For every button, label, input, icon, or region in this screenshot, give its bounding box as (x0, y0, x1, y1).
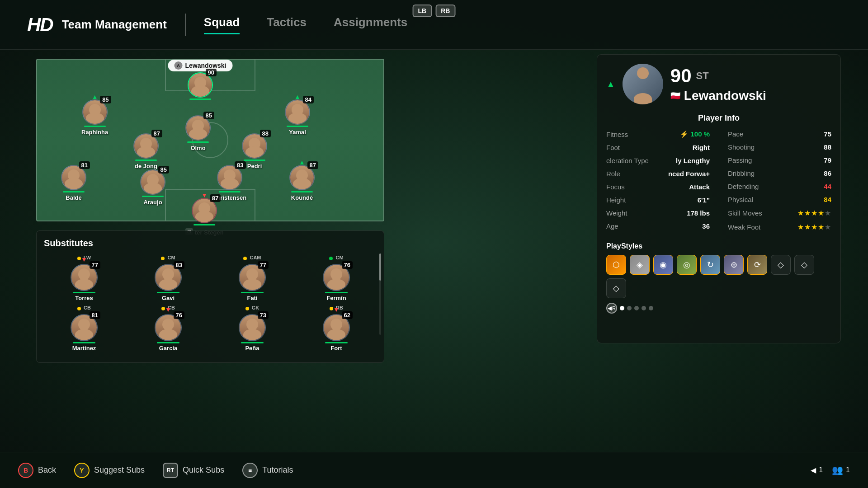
sub-player-fort[interactable]: RB ▼ 62 Fort (296, 305, 377, 352)
quick-subs-label: Quick Subs (183, 465, 224, 475)
action-tutorials[interactable]: ≡ Tutorials (242, 463, 293, 478)
substitutes-panel: Substitutes LW ▼ 77 Torres CM (36, 230, 384, 363)
substitutes-scrollbar[interactable] (379, 253, 381, 335)
app-title: Team Management (62, 18, 167, 32)
stat-label-skillmoves: Skill Moves (728, 209, 762, 217)
player-rating-pedri: 88 (260, 130, 271, 137)
pos-dot-garcia (161, 307, 165, 310)
stat-shooting: Shooting 88 (728, 143, 831, 151)
sub-bar-torres (73, 292, 95, 293)
tab-tactics[interactable]: Tactics (267, 15, 307, 34)
playstyle-icon-10: ◇ (606, 278, 626, 298)
pos-dot-fort (330, 307, 333, 310)
player-lewandowski[interactable]: A Lewandowski 90 (188, 72, 213, 100)
player-araujo[interactable]: 85 Araujo (140, 169, 165, 206)
substitutes-row-2: CB 81 Martínez CB ▼ 76 (44, 305, 377, 352)
player-raphinha[interactable]: ▲ 85 Raphinha (81, 99, 108, 136)
tab-squad[interactable]: Squad (204, 15, 240, 34)
playstyle-icon-2: ◈ (630, 255, 650, 275)
y-button[interactable]: Y (74, 463, 90, 478)
player-rating-araujo: 85 (158, 166, 169, 174)
counter-formation-value: 1 (819, 466, 823, 474)
player-olmo[interactable]: 85 Olmo (185, 115, 211, 151)
info-section-title: Player Info (606, 113, 831, 123)
pos-label-martinez: CB (84, 305, 91, 310)
playstyle-page-dots: ◀ R (606, 303, 831, 314)
player-balde[interactable]: 81 Balde (61, 165, 86, 201)
rating-bar-pedri (244, 160, 265, 161)
back-label: Back (38, 465, 56, 475)
player-rating-lewandowski: 90 (206, 69, 217, 76)
player-kounde[interactable]: ▲ 87 Koundé (289, 165, 315, 201)
sub-player-torres[interactable]: LW ▼ 77 Torres (44, 255, 124, 301)
sub-bar-martinez (73, 342, 95, 343)
stat-label-height: Height (606, 196, 626, 204)
player-name-balde: Balde (66, 194, 81, 201)
sub-player-gavi[interactable]: CM 83 Gavi (128, 255, 208, 301)
arrow-down-torres: ▼ (81, 256, 87, 263)
triangle-left-icon: ◀ (811, 466, 816, 474)
stat-defending: Defending 44 (728, 183, 831, 190)
counter-players: 👥 1 (832, 465, 850, 475)
sub-name-torres: Torres (75, 295, 93, 301)
rb-button[interactable]: RB (435, 5, 455, 17)
info-player-details: 90 ST 🇵🇱 Lewandowski (670, 65, 831, 103)
stats-right-column: Pace 75 Shooting 88 Passing 79 Dribbling… (728, 130, 831, 237)
stat-value-foot: Right (693, 144, 710, 151)
action-back[interactable]: B Back (18, 463, 56, 478)
stat-age: Age 36 (606, 222, 710, 230)
sub-player-fermin[interactable]: CM 76 Fermín (296, 255, 377, 301)
playstyle-icon-9: ◇ (794, 255, 814, 275)
player-yamal[interactable]: ▲ 84 Yamal (285, 99, 310, 136)
pos-dot-pena (245, 307, 249, 310)
sub-bar-garcia (157, 342, 179, 343)
dot-1 (620, 306, 624, 310)
rating-bar-raphinha (84, 126, 106, 127)
rt-button[interactable]: RT (163, 463, 178, 478)
action-suggest-subs[interactable]: Y Suggest Subs (74, 463, 145, 478)
playstyles-section: PlayStyles ⬡ ◈ ◉ ◎ ↻ ⊕ ⟳ ◇ ◇ ◇ ◀ R (606, 242, 831, 314)
substitutes-row-1: LW ▼ 77 Torres CM 83 (44, 255, 377, 301)
info-big-rating: 90 (670, 65, 692, 87)
playstyle-icon-8: ◇ (771, 255, 791, 275)
stat-label-physical: Physical (728, 196, 753, 203)
player-rating-terstegen: 87 (210, 194, 221, 202)
stat-value-passing: 79 (824, 156, 831, 164)
menu-button[interactable]: ≡ (242, 463, 258, 478)
stat-label-role: Role (606, 170, 620, 178)
info-position: ST (696, 70, 709, 82)
playstyle-icon-5: ↻ (700, 255, 720, 275)
action-quick-subs[interactable]: RT Quick Subs (163, 463, 224, 478)
stat-value-shooting: 88 (824, 143, 831, 151)
stat-value-focus: Attack (689, 183, 710, 191)
stat-passing: Passing 79 (728, 156, 831, 164)
stat-weak-foot: Weak Foot ★★★★★ (728, 223, 831, 231)
stat-value-pace: 75 (824, 130, 831, 138)
tab-assignments[interactable]: Assignments (334, 15, 407, 34)
stat-label-fitness: Fitness (606, 131, 628, 138)
info-rating-row: 90 ST (670, 65, 831, 87)
bottom-bar: B Back Y Suggest Subs RT Quick Subs ≡ Tu… (0, 452, 868, 488)
player-dejong[interactable]: 87 de Jong (133, 133, 159, 169)
stat-value-defending: 44 (824, 183, 831, 190)
sub-player-pena[interactable]: GK 73 Peña (212, 305, 292, 352)
player-rating-yamal: 84 (303, 96, 314, 103)
page-nav-left[interactable]: ◀ R (606, 303, 617, 314)
sub-player-martinez[interactable]: CB 81 Martínez (44, 305, 124, 352)
stat-label-weight: Weight (606, 209, 627, 217)
pos-label-gavi: CM (167, 255, 175, 260)
selected-callout: A Lewandowski (168, 60, 232, 71)
playstyle-icon-1: ⬡ (606, 255, 626, 275)
lb-button[interactable]: LB (413, 5, 432, 17)
sub-player-garcia[interactable]: CB ▼ 76 García (128, 305, 208, 352)
sub-bar-pena (241, 342, 264, 343)
sub-player-fati[interactable]: CAM 77 Fati (212, 255, 292, 301)
sub-rating-fort: 62 (342, 311, 353, 319)
player-rating-olmo: 85 (203, 112, 214, 119)
sub-name-fort: Fort (330, 345, 342, 352)
b-button[interactable]: B (18, 463, 33, 478)
rating-bar-dejong (135, 160, 157, 161)
sub-name-garcia: García (159, 345, 177, 352)
rating-bar-balde (63, 191, 85, 192)
stat-value-weakfoot: ★★★★★ (797, 223, 831, 231)
